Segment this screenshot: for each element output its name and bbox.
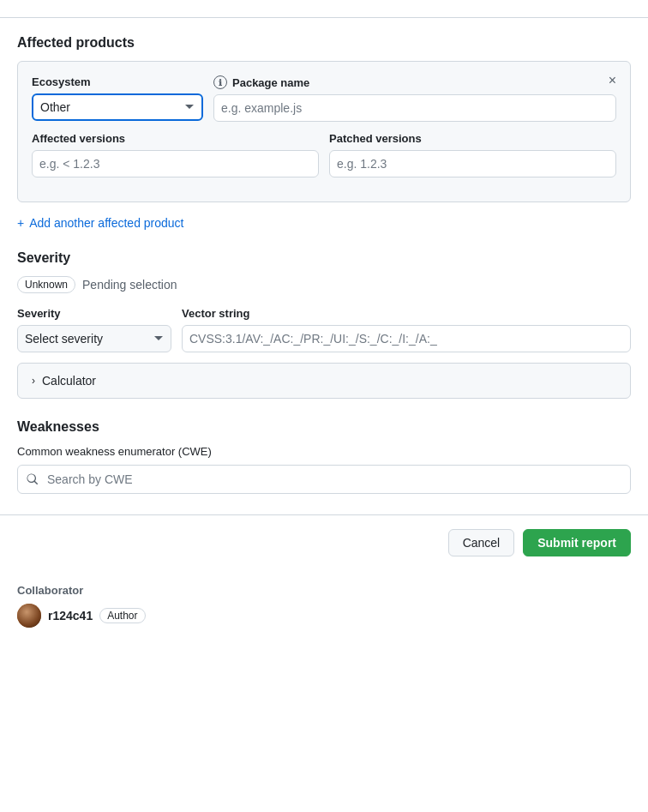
collaborator-section: Collaborator r124c41 Author bbox=[17, 570, 631, 641]
avatar bbox=[17, 604, 41, 628]
vector-string-input[interactable] bbox=[182, 325, 631, 352]
patched-versions-label: Patched versions bbox=[329, 132, 616, 145]
calculator-label: Calculator bbox=[42, 374, 96, 388]
cwe-search-wrapper bbox=[17, 465, 631, 494]
add-another-product-link[interactable]: + Add another affected product bbox=[17, 216, 631, 230]
package-name-input[interactable] bbox=[213, 94, 616, 122]
chevron-right-icon: › bbox=[32, 375, 35, 387]
severity-section: Severity Unknown Pending selection Sever… bbox=[17, 250, 631, 399]
ecosystem-label: Ecosystem bbox=[32, 75, 203, 88]
affected-products-box: × Ecosystem Other npm pip gem go cargo n… bbox=[17, 61, 631, 202]
severity-badge-row: Unknown Pending selection bbox=[17, 276, 631, 293]
plus-icon: + bbox=[17, 216, 24, 230]
collaborator-label: Collaborator bbox=[17, 584, 631, 597]
cwe-label: Common weakness enumerator (CWE) bbox=[17, 445, 631, 458]
calculator-box[interactable]: › Calculator bbox=[17, 363, 631, 399]
search-icon bbox=[26, 472, 39, 486]
versions-row: Affected versions Patched versions bbox=[32, 132, 616, 177]
severity-title: Severity bbox=[17, 250, 631, 266]
affected-products-title: Affected products bbox=[17, 35, 631, 51]
unknown-badge: Unknown bbox=[17, 276, 75, 293]
ecosystem-select[interactable]: Other npm pip gem go cargo nuget maven bbox=[32, 93, 203, 121]
submit-report-button[interactable]: Submit report bbox=[523, 529, 631, 556]
severity-label: Severity bbox=[17, 307, 171, 320]
collaborator-row: r124c41 Author bbox=[17, 604, 631, 628]
vector-string-group: Vector string bbox=[182, 307, 631, 352]
add-another-label: Add another affected product bbox=[29, 216, 183, 230]
weaknesses-section: Weaknesses Common weakness enumerator (C… bbox=[17, 419, 631, 494]
weaknesses-title: Weaknesses bbox=[17, 419, 631, 435]
package-name-group: ℹ Package name bbox=[213, 75, 616, 122]
patched-versions-input[interactable] bbox=[329, 150, 616, 177]
severity-form-row: Severity Select severity Critical High M… bbox=[17, 307, 631, 352]
pending-selection-text: Pending selection bbox=[82, 278, 177, 292]
patched-versions-group: Patched versions bbox=[329, 132, 616, 177]
ecosystem-package-row: Ecosystem Other npm pip gem go cargo nug… bbox=[32, 75, 616, 122]
severity-select[interactable]: Select severity Critical High Medium Low bbox=[17, 325, 171, 352]
footer-actions: Cancel Submit report bbox=[0, 514, 648, 570]
cancel-button[interactable]: Cancel bbox=[448, 529, 515, 556]
package-name-label: ℹ Package name bbox=[213, 75, 616, 89]
cwe-search-input[interactable] bbox=[17, 465, 631, 494]
ecosystem-group: Ecosystem Other npm pip gem go cargo nug… bbox=[32, 75, 203, 122]
info-icon: ℹ bbox=[213, 75, 227, 89]
vector-string-label: Vector string bbox=[182, 307, 631, 320]
author-badge: Author bbox=[99, 608, 145, 623]
affected-versions-label: Affected versions bbox=[32, 132, 319, 145]
avatar-image bbox=[17, 604, 41, 628]
affected-versions-input[interactable] bbox=[32, 150, 319, 177]
affected-versions-group: Affected versions bbox=[32, 132, 319, 177]
severity-select-group: Severity Select severity Critical High M… bbox=[17, 307, 171, 352]
username: r124c41 bbox=[48, 609, 93, 623]
close-affected-product-button[interactable]: × bbox=[605, 72, 620, 89]
